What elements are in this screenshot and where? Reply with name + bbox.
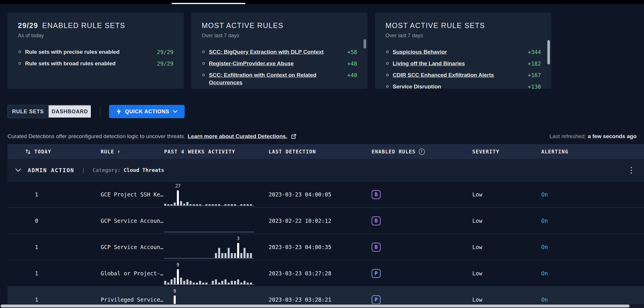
alerting-status[interactable]: On	[541, 218, 644, 224]
last-detection: 2023-03-23 04:00:05	[269, 191, 372, 198]
last-detection: 2023-03-23 03:27:28	[269, 270, 372, 277]
last-refreshed-value: a few seconds ago	[588, 133, 636, 139]
today-count: 0	[8, 218, 101, 224]
item-value: 29/29	[151, 60, 173, 67]
card-list: Suspicious Behavior +344 Living off the …	[385, 46, 541, 89]
lightning-bolt-icon	[116, 108, 121, 115]
summary-cards: 29/29 ENABLED RULE SETS As of today Rule…	[0, 4, 644, 89]
item-value: +182	[522, 60, 541, 67]
enabled-rule-sets-count: 29/29	[18, 21, 38, 30]
rule-name[interactable]: GCP Service Accoun…	[101, 218, 164, 224]
sort-asc-icon[interactable]: ↑	[117, 149, 121, 155]
table-header: TODAY RULE ↑ PAST 4 WEEKS ACTIVITY LAST …	[8, 144, 644, 159]
card-subtitle: As of today	[18, 33, 173, 39]
chevron-down-icon[interactable]	[15, 168, 21, 172]
rule-set-link[interactable]: Suspicious Behavior	[393, 48, 447, 56]
today-count: 1	[8, 296, 101, 303]
activity-sparkline: 27	[164, 190, 254, 206]
rule-set-link[interactable]: Living off the Land Binaries	[393, 60, 465, 67]
header-today[interactable]: TODAY	[34, 149, 51, 155]
rule-name[interactable]: Global or Project-…	[101, 270, 164, 277]
card-title: MOST ACTIVE RULE SETS	[385, 21, 541, 30]
alerting-status[interactable]: On	[541, 296, 644, 303]
enabled-rule-badge[interactable]: P	[372, 269, 381, 278]
rule-name[interactable]: Privileged Service…	[101, 296, 164, 303]
dashboard-tab-button[interactable]: DASHBOARD	[48, 105, 91, 118]
group-row-admin-action[interactable]: ADMIN ACTION | Category: Cloud Threats ⋮	[8, 159, 644, 181]
kebab-menu-icon[interactable]: ⋮	[625, 165, 638, 175]
enabled-rule-badge[interactable]: B	[372, 216, 381, 225]
last-refreshed: Last refreshed:a few seconds ago	[549, 133, 636, 140]
rule-set-link[interactable]: Service Disruption	[393, 83, 441, 89]
detections-table: TODAY RULE ↑ PAST 4 WEEKS ACTIVITY LAST …	[8, 144, 644, 308]
bullet-icon	[386, 62, 389, 65]
quick-actions-label: QUICK ACTIONS	[125, 109, 169, 115]
learn-more-link[interactable]: Learn more about Curated Detections.	[188, 133, 287, 140]
bullet-icon	[202, 51, 205, 53]
most-active-rules-card: MOST ACTIVE RULES Over last 7 days SCC: …	[191, 13, 368, 89]
bullet-icon	[386, 74, 389, 76]
rule-link[interactable]: SCC: Exfiltration with Context on Relate…	[209, 71, 342, 86]
horizontal-scrollbar-thumb[interactable]	[1, 305, 630, 307]
severity: Low	[472, 296, 541, 303]
card-scrollbar[interactable]	[364, 39, 366, 49]
external-link-icon[interactable]	[291, 133, 297, 139]
enabled-rule-badge[interactable]: P	[372, 295, 381, 304]
rule-link[interactable]: SCC: BigQuery Extraction with DLP Contex…	[209, 48, 324, 56]
today-count: 1	[8, 244, 101, 250]
alerting-status[interactable]: On	[541, 244, 644, 250]
description-text: Curated Detections offer preconfigured d…	[8, 133, 185, 140]
table-row[interactable]: 0 GCP Service Accoun… 2023-02-22 10:02:1…	[8, 208, 644, 234]
rule-sets-tab-button[interactable]: RULE SETS	[8, 105, 48, 118]
severity: Low	[472, 244, 541, 250]
item-value: +40	[342, 71, 357, 79]
rule-name[interactable]: GCE Project SSH Ke…	[101, 191, 164, 198]
enabled-rule-sets-card: 29/29 ENABLED RULE SETS As of today Rule…	[8, 13, 184, 89]
today-count: 1	[8, 270, 101, 277]
header-severity[interactable]: SEVERITY	[472, 149, 499, 155]
description-row: Curated Detections offer preconfigured d…	[8, 133, 636, 140]
rule-name[interactable]: GCP Service Accoun…	[101, 244, 164, 250]
header-enabled-rules[interactable]: ENABLED RULES	[372, 149, 416, 155]
enabled-rule-badge[interactable]: B	[372, 243, 381, 252]
last-detection: 2023-02-22 10:02:12	[269, 218, 372, 224]
bullet-icon	[386, 85, 389, 88]
group-category-label: Category:	[93, 167, 121, 173]
alerting-status[interactable]: On	[541, 270, 644, 277]
enabled-rule-badge[interactable]: B	[372, 190, 381, 199]
list-item: SCC: Exfiltration with Context on Relate…	[202, 69, 357, 88]
rule-set-link[interactable]: CDIR SCC Enhanced Exfiltration Alerts	[393, 71, 494, 79]
activity-sparkline: 3	[164, 242, 254, 259]
rule-link[interactable]: Register-CimProvider.exe Abuse	[209, 60, 294, 67]
group-divider: |	[82, 167, 85, 173]
bullet-icon	[202, 74, 205, 76]
severity: Low	[472, 270, 541, 277]
sort-rows-icon[interactable]	[25, 148, 31, 155]
table-row[interactable]: 1 GCP Service Accoun… 3 2023-03-23 04:00…	[8, 234, 644, 260]
header-rule[interactable]: RULE	[101, 149, 114, 155]
bullet-icon	[202, 62, 205, 65]
card-title-text: ENABLED RULE SETS	[42, 21, 125, 30]
table-row[interactable]: 1 Global or Project-… 9 2023-03-23 03:27…	[8, 260, 644, 287]
header-activity[interactable]: PAST 4 WEEKS ACTIVITY	[164, 149, 235, 155]
alerting-status[interactable]: On	[541, 191, 644, 198]
header-last-detection[interactable]: LAST DETECTION	[269, 149, 316, 155]
chevron-down-icon	[173, 110, 177, 113]
most-active-rule-sets-card: MOST ACTIVE RULE SETS Over last 7 days S…	[375, 13, 551, 89]
help-icon[interactable]: ?	[419, 149, 425, 155]
horizontal-scrollbar-track	[0, 304, 644, 308]
list-item: Rule sets with broad rules enabled 29/29	[18, 58, 173, 69]
quick-actions-button[interactable]: QUICK ACTIONS	[109, 105, 185, 118]
table-row[interactable]: 1 GCE Project SSH Ke… 27 2023-03-23 04:0…	[8, 181, 644, 208]
item-value: +130	[522, 83, 541, 89]
list-item: GCP Billing Disabled +40	[202, 88, 357, 89]
header-alerting[interactable]: ALERTING	[541, 149, 568, 155]
card-subtitle: Over last 7 days	[385, 33, 541, 39]
card-scrollbar[interactable]	[547, 40, 550, 64]
card-title: MOST ACTIVE RULES	[202, 21, 357, 30]
list-item: Register-CimProvider.exe Abuse +48	[202, 58, 357, 69]
item-value: +48	[342, 60, 357, 67]
list-item: CDIR SCC Enhanced Exfiltration Alerts +1…	[385, 69, 541, 81]
list-item: Service Disruption +130	[385, 81, 541, 89]
group-name: ADMIN ACTION	[28, 167, 74, 173]
